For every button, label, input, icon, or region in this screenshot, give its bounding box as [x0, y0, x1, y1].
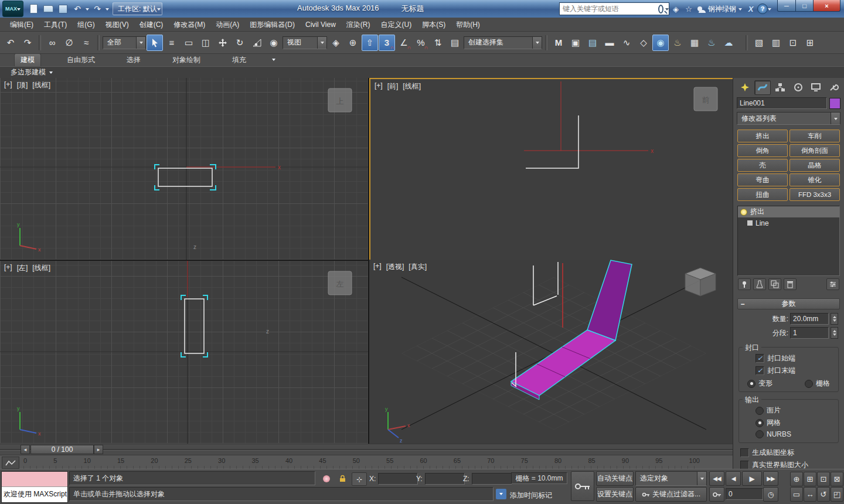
viewport-menu-button[interactable]: [+] — [375, 81, 383, 91]
selection-lock-icon[interactable] — [335, 472, 349, 485]
transform-type-in-toggle-icon[interactable]: ⊹ — [352, 472, 367, 486]
viewport-front[interactable]: [+] [前] [线框] x 前 — [369, 78, 735, 261]
viewport-shading-label[interactable]: [线框] — [32, 263, 50, 273]
sign-in-user[interactable]: 钢神绿钢 — [695, 4, 744, 14]
cap-end-checkbox[interactable]: ✓ — [755, 366, 764, 375]
time-slider-handle[interactable]: 0 / 100 — [30, 445, 94, 454]
angle-snap-toggle-icon[interactable]: ∠ ∩ — [396, 35, 412, 51]
object-name-field[interactable] — [737, 97, 827, 109]
material-editor-icon[interactable]: ◉ — [652, 35, 669, 51]
render-gallery-icon[interactable]: ▥ — [768, 35, 784, 51]
redo-scene-icon[interactable]: ↷ — [19, 35, 36, 51]
save-file-icon[interactable] — [56, 3, 69, 15]
window-crossing-toggle-icon[interactable]: ◫ — [198, 35, 214, 51]
menu-tools[interactable]: 工具(T) — [39, 19, 72, 30]
polygon-modeling-panel[interactable]: 多边形建模 — [11, 67, 46, 77]
object-color-swatch[interactable] — [829, 98, 840, 109]
menu-animation[interactable]: 动画(A) — [210, 19, 244, 30]
modify-tab-icon[interactable] — [754, 80, 771, 95]
remove-modifier-icon[interactable] — [784, 278, 797, 290]
zoom-extents-button[interactable]: ⊡ — [817, 472, 830, 486]
mesh-radio[interactable] — [755, 419, 764, 427]
mirror-icon[interactable]: M — [550, 35, 567, 51]
ribbon-tab-selection[interactable]: 选择 — [121, 54, 147, 66]
workspace-dropdown[interactable]: 工作区: 默认 — [113, 2, 162, 15]
display-tab-icon[interactable] — [808, 80, 824, 95]
ribbon-tab-populate[interactable]: 填充 — [226, 54, 252, 66]
help-icon[interactable]: ? — [757, 4, 768, 14]
track-bar[interactable]: 05 1015 2025 3035 4045 5055 6065 7075 80… — [0, 455, 733, 469]
add-time-tag[interactable]: 添加时间标记 — [510, 491, 552, 500]
create-tab-icon[interactable] — [737, 80, 753, 95]
menu-help[interactable]: 帮助(H) — [451, 19, 485, 30]
viewport-pov-label[interactable]: [前] — [387, 81, 399, 91]
segments-field[interactable] — [790, 327, 829, 339]
nurbs-radio[interactable] — [755, 430, 764, 438]
communication-center-icon[interactable]: ◈ — [669, 3, 682, 15]
extrude-button[interactable]: 挤出 — [737, 130, 788, 142]
help-caret-icon[interactable] — [768, 8, 771, 12]
maximize-viewport-button[interactable]: ◰ — [831, 487, 843, 502]
ribbon-tab-object-paint[interactable]: 对象绘制 — [166, 54, 206, 66]
grid-radio[interactable] — [805, 380, 813, 388]
viewport-shading-label[interactable]: [线框] — [403, 81, 421, 91]
real-world-map-size-checkbox[interactable] — [740, 461, 749, 469]
viewport-perspective[interactable]: [+] [透视] [真实] — [369, 260, 733, 444]
twist-button[interactable]: 扭曲 — [737, 188, 788, 201]
select-by-name-icon[interactable]: ≡ — [164, 35, 180, 51]
x-field[interactable] — [378, 473, 418, 485]
render-setup-icon[interactable]: ♨ — [669, 35, 686, 51]
viewport-shading-label[interactable]: [线框] — [32, 80, 50, 90]
select-and-move-icon[interactable] — [215, 35, 231, 51]
select-and-manipulate-icon[interactable]: ⊕ — [345, 35, 361, 51]
select-and-rotate-icon[interactable]: ↻ — [232, 35, 248, 51]
go-to-start-button[interactable]: ◀◀ — [709, 471, 724, 486]
utilities-tab-icon[interactable] — [825, 80, 842, 95]
undo-flyout-caret-icon[interactable] — [86, 8, 89, 12]
current-frame-field[interactable] — [726, 488, 763, 500]
menu-customize[interactable]: 自定义(U) — [375, 19, 417, 30]
open-file-icon[interactable] — [42, 3, 55, 15]
ffd-button[interactable]: FFD 3x3x3 — [789, 188, 840, 201]
redo-icon[interactable]: ↷ — [91, 3, 104, 15]
redo-flyout-caret-icon[interactable] — [106, 8, 109, 12]
bend-button[interactable]: 弯曲 — [737, 173, 788, 186]
unlink-selection-icon[interactable]: ∅ — [61, 35, 77, 51]
menu-views[interactable]: 视图(V) — [100, 19, 134, 30]
select-and-place-icon[interactable]: ◉ — [266, 35, 282, 51]
menu-graph-editors[interactable]: 图形编辑器(D) — [244, 19, 300, 30]
select-and-link-icon[interactable]: ∞ — [44, 35, 60, 51]
spinner-snap-toggle-icon[interactable]: ⇅ — [430, 35, 446, 51]
menu-rendering[interactable]: 渲染(R) — [341, 19, 376, 30]
isolate-toggle-icon[interactable]: ⊡ — [785, 35, 801, 51]
reference-coordinate-dropdown[interactable]: 视图 — [283, 36, 327, 49]
render-in-cloud-icon[interactable]: ☁ — [720, 35, 737, 51]
taper-button[interactable]: 锥化 — [789, 173, 840, 186]
viewport-top[interactable]: [+] [顶] [线框] x z y x — [0, 78, 368, 260]
selection-filter-dropdown[interactable]: 全部 — [103, 36, 146, 49]
z-field[interactable] — [472, 473, 512, 485]
ribbon-tab-freeform[interactable]: 自由形式 — [61, 54, 101, 66]
viewport-menu-button[interactable]: [+] — [4, 80, 12, 90]
rectangular-selection-region-icon[interactable]: ▭ — [181, 35, 197, 51]
bind-to-space-warp-icon[interactable]: ≈ — [78, 35, 94, 51]
exchange-apps-icon[interactable]: X — [744, 3, 757, 15]
curve-editor-icon[interactable]: ∿ — [618, 35, 635, 51]
motion-tab-icon[interactable] — [790, 80, 806, 95]
parameters-rollout-header[interactable]: − 参数 — [737, 298, 840, 309]
next-frame-arrow[interactable]: ▸ — [94, 445, 103, 454]
rendered-frame-window-icon[interactable]: ▦ — [686, 35, 703, 51]
configure-modifier-sets-icon[interactable] — [826, 278, 839, 290]
shell-button[interactable]: 壳 — [737, 159, 788, 172]
lattice-button[interactable]: 晶格 — [789, 159, 840, 172]
time-configuration-button[interactable]: ◷ — [763, 487, 778, 502]
pin-stack-icon[interactable] — [738, 278, 751, 290]
key-filter-scope-dropdown[interactable]: 选定对象 — [635, 471, 707, 486]
viewport-pov-label[interactable]: [左] — [17, 263, 28, 273]
zoom-region-button[interactable]: ▭ — [790, 487, 803, 502]
search-icon[interactable] — [658, 5, 663, 13]
layer-explorer-icon[interactable]: ▤ — [584, 35, 601, 51]
favorites-star-icon[interactable]: ☆ — [682, 3, 695, 15]
menu-edit[interactable]: 编辑(E) — [5, 19, 39, 30]
go-to-end-button[interactable]: ▶▶ — [763, 471, 778, 486]
